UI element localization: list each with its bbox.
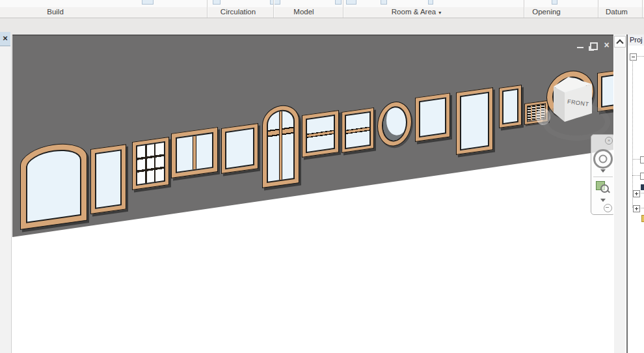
ribbon-separator <box>598 0 598 18</box>
ribbon-button-icon[interactable] <box>213 0 221 5</box>
window-casement2[interactable] <box>171 127 218 178</box>
minimize-icon <box>577 47 584 48</box>
ribbon-separator <box>642 0 643 18</box>
view-window-controls: × <box>576 40 611 50</box>
panel-label-text: Build <box>47 8 64 16</box>
navbar-divider <box>593 176 613 177</box>
window-frame <box>597 70 613 112</box>
tree-collapse-box[interactable] <box>630 53 637 61</box>
window-arched-door[interactable] <box>262 103 299 188</box>
window-frame <box>171 127 218 178</box>
viewcube-front-label: FRONT <box>567 98 590 108</box>
window-glass <box>136 141 165 186</box>
wheel-dropdown-arrow[interactable] <box>600 169 606 173</box>
project-browser-title: Proj <box>628 35 644 46</box>
window-glass <box>26 147 81 223</box>
ribbon-button-icon[interactable] <box>552 0 557 5</box>
tree-connector <box>639 208 644 208</box>
ribbon-panel-circulation[interactable]: Circulation <box>221 7 256 17</box>
window-frame <box>262 103 299 188</box>
window-porthole[interactable] <box>377 100 412 148</box>
window-glass <box>176 132 213 173</box>
window-glass <box>502 89 518 125</box>
steering-wheel-button[interactable] <box>593 149 613 169</box>
ribbon-button-icon[interactable] <box>270 0 280 5</box>
window-frame <box>302 110 339 158</box>
window-grid[interactable] <box>132 137 169 190</box>
ribbon-button-icon[interactable] <box>335 0 342 5</box>
tree-item-icon <box>641 184 644 190</box>
restore-button[interactable] <box>589 40 598 50</box>
restore-icon <box>590 42 598 50</box>
window-frame <box>415 92 450 142</box>
ribbon-panel-room-area[interactable]: Room & Area▾ <box>392 7 441 18</box>
ribbon-panel-labels: BuildCirculationModelRoom & Area▾Opening… <box>0 7 644 18</box>
window-glass <box>95 149 122 209</box>
ribbon-separator <box>343 0 343 18</box>
project-browser-panel: Proj <box>626 35 644 353</box>
panel-label-text: Circulation <box>221 8 256 16</box>
tree-connector <box>636 56 644 57</box>
ribbon-panel-build[interactable]: Build <box>47 7 64 17</box>
scroll-up-button[interactable] <box>614 36 626 48</box>
magnifier-icon <box>600 184 609 193</box>
window-hung[interactable] <box>302 110 339 158</box>
scrollbar[interactable] <box>614 35 625 353</box>
window-frame <box>377 100 412 148</box>
ribbon-button-icon[interactable] <box>428 0 433 5</box>
chevron-down-icon: ▾ <box>438 10 441 16</box>
window-frame <box>499 85 522 128</box>
ribbon-button-icon[interactable] <box>346 0 356 5</box>
window-glass <box>601 74 613 107</box>
window-hung[interactable] <box>342 107 374 153</box>
ribbon-separator <box>207 0 208 18</box>
window-arched[interactable] <box>20 140 87 230</box>
ribbon-icon-row <box>0 0 644 7</box>
zoom-region-button[interactable] <box>596 180 609 193</box>
ribbon-panel-datum[interactable]: Datum <box>606 7 628 17</box>
window-frame <box>221 123 258 174</box>
window-frame <box>456 87 493 155</box>
options-bar <box>0 18 644 35</box>
drawing-area[interactable]: FRONT × × <box>12 35 613 353</box>
window-frame <box>342 107 374 153</box>
ribbon-separator <box>273 0 274 18</box>
close-icon: × <box>602 40 611 50</box>
window-frame <box>90 144 126 214</box>
folder-icon <box>641 215 644 222</box>
navbar-close-icon[interactable]: × <box>605 137 613 145</box>
minimize-button[interactable] <box>576 40 585 50</box>
ribbon-button-icon[interactable] <box>381 0 387 5</box>
ribbon-button-icon[interactable] <box>142 0 154 5</box>
panel-label-text: Datum <box>606 8 628 16</box>
ribbon-panel-model[interactable]: Model <box>293 7 314 17</box>
window-glass <box>460 92 489 150</box>
window-glass <box>345 111 371 150</box>
window-fixed[interactable] <box>456 87 493 155</box>
window-glass <box>225 128 254 169</box>
tree-expand-box[interactable] <box>633 190 640 197</box>
ribbon-panel-opening[interactable]: Opening <box>532 7 560 17</box>
ribbon-separator <box>524 0 524 18</box>
window-fixed[interactable] <box>499 85 522 128</box>
tree-expand-box[interactable] <box>633 205 640 212</box>
panel-label-text: Opening <box>532 8 560 16</box>
close-button[interactable]: × <box>602 40 611 50</box>
close-icon[interactable]: × <box>0 32 10 46</box>
panel-label-text: Model <box>293 8 314 16</box>
window-fixed[interactable] <box>597 70 613 112</box>
navbar-collapse-button[interactable] <box>604 204 612 212</box>
tree-node-box[interactable] <box>640 173 644 180</box>
window-glass <box>267 108 295 183</box>
window-frame <box>132 137 169 190</box>
window-fixed[interactable] <box>90 144 126 214</box>
navigation-bar: × <box>591 134 613 215</box>
window-glass <box>419 97 446 137</box>
zoom-dropdown-arrow[interactable] <box>600 199 606 202</box>
revit-app-window: BuildCirculationModelRoom & Area▾Opening… <box>0 0 644 353</box>
window-fixed[interactable] <box>415 92 450 142</box>
window-fixed[interactable] <box>221 123 258 174</box>
chevron-up-icon <box>616 39 623 46</box>
tree-connector <box>639 193 644 193</box>
tree-node-box[interactable] <box>640 156 644 163</box>
